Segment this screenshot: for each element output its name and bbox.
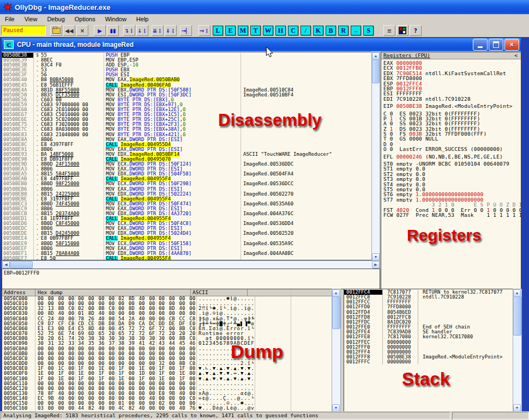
register-line[interactable]: C 0 ES 0023 32bit 0(FFFFFFFF) bbox=[383, 111, 521, 116]
disasm-row[interactable]: 0050BE60.C683 2E010000 00MOV BYTE PTR DS… bbox=[2, 107, 371, 112]
disasm-row[interactable]: 0050BEB0.8B0D 98F25000MOV ECX,DWORD PTR … bbox=[2, 181, 371, 186]
disasm-row[interactable]: 0050BE3E.53PUSH EBX bbox=[2, 68, 371, 72]
exec-till-user-button[interactable]: →⋮ bbox=[199, 25, 211, 36]
disassembly-vscrollbar[interactable]: ▲ ▼ bbox=[371, 52, 380, 261]
registers-header[interactable]: Registers (FPU) < bbox=[381, 52, 521, 59]
register-line[interactable]: FCW 027F Prec NEAR,53 Mask 1 1 1 1 1 1 bbox=[383, 212, 521, 217]
disasm-row[interactable]: 0050BE56.C603 00MOV BYTE PTR DS:[EBX],0 bbox=[2, 98, 371, 102]
windows-list-button[interactable]: ≡ bbox=[383, 25, 395, 36]
dump-row[interactable]: 0050C060E1 E3 00 E4E5 8D 40 0045 72 72 6… bbox=[2, 326, 332, 331]
menu-item-help[interactable]: Help bbox=[131, 15, 154, 23]
register-line[interactable]: EBX 7FFD8000 bbox=[383, 76, 521, 81]
dump-row[interactable]: 0050C01000 00 00 0000 00 00 0000 00 00 0… bbox=[2, 301, 332, 306]
disasm-row[interactable]: 0050BECB.8B15 20374A00MOV EDX,DWORD PTR … bbox=[2, 211, 371, 216]
dump-row[interactable]: 0050C13078 8F 40 0000 00 00 0000 00 00 0… bbox=[2, 391, 332, 396]
scroll-thumb[interactable] bbox=[513, 296, 521, 336]
pane-button-T[interactable]: T bbox=[250, 26, 261, 35]
scroll-thumb[interactable] bbox=[332, 296, 340, 329]
stack-row[interactable]: 0012FFF000000000 bbox=[344, 345, 513, 350]
register-line[interactable]: EIP 0050BE38 ImageRed.<ModuleEntryPoint> bbox=[383, 104, 521, 108]
stack-row[interactable]: 0012FFE0FFFFFFFFEnd of SEH chain bbox=[344, 325, 513, 330]
dump-header-ascii[interactable]: ASCII bbox=[191, 289, 248, 296]
scroll-up-icon[interactable]: ▲ bbox=[513, 289, 521, 297]
register-line[interactable]: P 1 CS 001B 32bit 0(FFFFFFFF) bbox=[383, 116, 521, 121]
dump-row[interactable]: 0050C15000 00 00 0000 00 00 0001 00 00 0… bbox=[2, 401, 332, 406]
dump-row[interactable]: 0050C0C000 00 00 0000 00 00 0000 00 00 0… bbox=[2, 356, 332, 361]
disasm-row[interactable]: 0050BE40.B8 B0BA5000MOV EAX,ImageRed.005… bbox=[2, 77, 371, 82]
disassembly-pane[interactable]: 0050BE38$55PUSH EBP0050BE39.8BECMOV EBP,… bbox=[2, 52, 372, 260]
stack-row[interactable]: 0012FFFC00000000 bbox=[344, 360, 513, 364]
register-line[interactable]: ESP 0012FFC4 bbox=[383, 81, 521, 86]
dump-row[interactable]: 0050C040CC 24 40 0078 26 40 0054 2A 40 0… bbox=[2, 316, 332, 321]
dump-header-address[interactable]: Address bbox=[2, 289, 35, 296]
dump-row[interactable]: 0050C1001F 00 1E 001F 00 1F 001E 00 1F 0… bbox=[2, 376, 332, 381]
register-line[interactable]: T 0 GS 0000 NULL bbox=[383, 136, 521, 141]
disasm-row[interactable]: 0050BE98.E8 DB91F8FFCALL ImageRed.004950… bbox=[2, 157, 371, 162]
scroll-up-icon[interactable]: ▲ bbox=[372, 52, 380, 60]
dump-row[interactable]: 0050C12000 00 00 0000 00 00 0000 00 00 0… bbox=[2, 386, 332, 391]
scroll-thumb[interactable] bbox=[10, 261, 33, 269]
disasm-row[interactable]: 0050BEC3.8B0D 74F45000MOV ECX,DWORD PTR … bbox=[2, 202, 371, 206]
scroll-thumb[interactable] bbox=[372, 59, 380, 83]
menu-item-debug[interactable]: Debug bbox=[42, 15, 69, 23]
close-program-button[interactable]: × bbox=[76, 25, 88, 36]
menu-item-file[interactable]: File bbox=[0, 15, 20, 23]
disasm-row[interactable]: 0050BE45.E8 56B1EFFFCALL ImageRed.00406F… bbox=[2, 83, 371, 88]
animate-over-button[interactable]: ⇓⋮ bbox=[165, 25, 177, 36]
register-line[interactable]: D 0 bbox=[383, 142, 521, 147]
dump-row[interactable]: 0050C0D000 00 00 0000 00 00 0000 00 00 0… bbox=[2, 361, 332, 366]
stack-row[interactable]: 0012FFE47C839AD8SE handler bbox=[344, 330, 513, 334]
disasm-row[interactable]: 0050BE4A.8B1D 88F55000MOV EBX,DWORD PTR … bbox=[2, 88, 371, 93]
stack-row[interactable]: 0012FFC47C817077RETURN to kernel32.7C817… bbox=[344, 290, 513, 295]
step-into-button[interactable]: ↴⋮ bbox=[123, 25, 135, 36]
dump-row[interactable]: 0050C0E01F 00 1C 001F 00 1E 001F 00 1E 0… bbox=[2, 366, 332, 371]
close-button[interactable]: × bbox=[504, 39, 519, 51]
dump-row[interactable]: 0050C0A000 00 00 0000 00 00 0000 00 00 0… bbox=[2, 346, 332, 351]
scroll-down-icon[interactable]: ▼ bbox=[332, 404, 340, 412]
disasm-row[interactable]: 0050BE8A.8B06MOV EAX,DWORD PTR DS:[ESI] bbox=[2, 137, 371, 142]
stack-row[interactable]: 0012FFDC8A1DC020 bbox=[344, 320, 513, 325]
disasm-row[interactable]: 0050BEF1.8B15 70A84A00MOV EDX,DWORD PTR … bbox=[2, 251, 371, 256]
disasm-row[interactable]: 0050BEA3.8B06MOV EAX,DWORD PTR DS:[ESI] bbox=[2, 167, 371, 172]
pane-button-L[interactable]: L bbox=[213, 26, 223, 35]
pause-button[interactable]: ▮▮ bbox=[107, 25, 119, 36]
dump-row[interactable]: 0050C140EC 9B 40 0000 00 00 8000 00 00 4… bbox=[2, 396, 332, 401]
disasm-row[interactable]: 0050BEF7.E8 50CALL ImageRed.004955F4 bbox=[2, 256, 371, 260]
dump-row[interactable]: 0050C03000 8D 40 0001 8D 40 0000 00 00 0… bbox=[2, 311, 332, 316]
pane-button-W[interactable]: W bbox=[263, 26, 273, 35]
register-line[interactable]: ST6 empty 1.0000000000000000000 bbox=[383, 192, 521, 197]
stack-row[interactable]: 0012FFD07FFD8000 bbox=[344, 305, 513, 309]
restore-button[interactable] bbox=[489, 39, 503, 51]
main-titlebar[interactable]: OllyDbg - ImageReducer.exe bbox=[0, 0, 529, 14]
register-line[interactable]: EDI 7C910228 ntdll.7C910228 bbox=[383, 96, 521, 101]
scroll-right-icon[interactable]: ▶ bbox=[372, 261, 380, 269]
register-line[interactable]: ST1 empty 0.0 bbox=[383, 166, 521, 171]
disasm-row[interactable]: 0050BE83.C683 21040000 00MOV BYTE PTR DS… bbox=[2, 132, 371, 137]
animate-into-button[interactable]: ⇊⋮ bbox=[152, 25, 164, 36]
disasm-row[interactable]: 0050BEE9.8B0D 58F15000MOV ECX,DWORD PTR … bbox=[2, 241, 371, 246]
disasm-row[interactable]: 0050BE59.C683 97000000 00MOV BYTE PTR DS… bbox=[2, 102, 371, 107]
scroll-down-icon[interactable]: ▼ bbox=[372, 253, 380, 261]
step-over-button[interactable]: ↓⋮ bbox=[136, 25, 148, 36]
disasm-row[interactable]: 0050BEDC.8B06MOV EAX,DWORD PTR DS:[ESI] bbox=[2, 226, 371, 231]
exec-till-return-button[interactable]: →▏ bbox=[180, 25, 192, 36]
scroll-down-icon[interactable]: ▼ bbox=[513, 404, 521, 412]
menu-item-options[interactable]: Options bbox=[70, 15, 100, 23]
dump-header-hex[interactable]: Hex dump bbox=[35, 289, 191, 296]
scroll-up-icon[interactable]: ▲ bbox=[332, 289, 340, 297]
dump-row[interactable]: 0050C07052 75 6E 7469 6D 65 2065 72 72 6… bbox=[2, 331, 332, 336]
stack-row[interactable]: 0012FFD80012FFC8 bbox=[344, 315, 513, 320]
disasm-row[interactable]: 0050BEEF.8B06MOV EAX,DWORD PTR DS:[ESI] bbox=[2, 246, 371, 251]
register-line[interactable]: FST 4020 Cond 1 0 0 0 Err 0 0 1 0 0 0 0 … bbox=[383, 208, 521, 212]
dump-pane[interactable]: Address Hex dump ASCII 0050C00000 00 00 … bbox=[2, 289, 333, 412]
register-line[interactable]: ESI FFFFFFFF bbox=[383, 91, 521, 96]
pane-button-dots[interactable]: ... bbox=[351, 26, 361, 35]
minimize-button[interactable] bbox=[473, 39, 488, 51]
register-line[interactable]: ST4 empty 0.0 bbox=[383, 182, 521, 187]
stack-pane[interactable]: 0012FFC47C817077RETURN to kernel32.7C817… bbox=[344, 289, 514, 412]
dump-row[interactable]: 0050C16003 00 00 0044 82 40 004C 82 40 0… bbox=[2, 406, 332, 411]
stack-row[interactable]: 0012FFF400000000 bbox=[344, 350, 513, 355]
disasm-row[interactable]: 0050BEDE.8B15 D4245000MOV EDX,DWORD PTR … bbox=[2, 231, 371, 236]
stack-row[interactable]: 0012FFEC00000000 bbox=[344, 340, 513, 345]
pane-button-B[interactable]: B bbox=[326, 26, 336, 35]
